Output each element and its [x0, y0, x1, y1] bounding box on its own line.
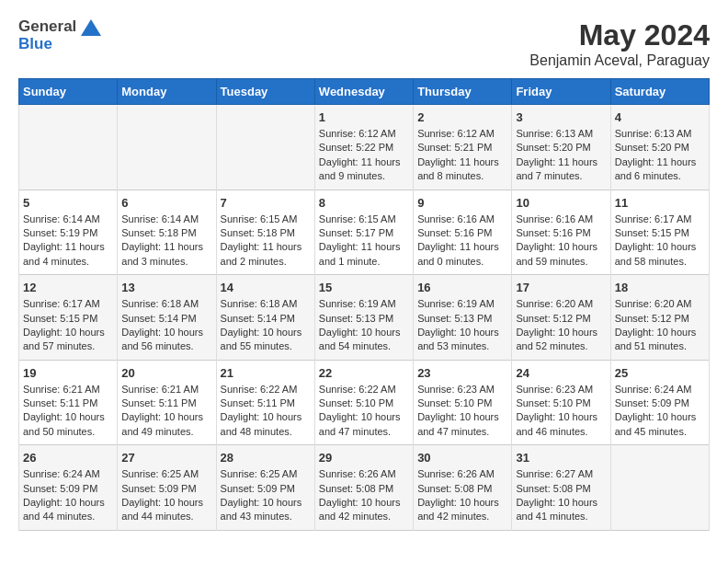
day-info-line: Daylight: 11 hours and 3 minutes.: [121, 240, 211, 269]
calendar-day-cell: 14Sunrise: 6:18 AMSunset: 5:14 PMDayligh…: [216, 275, 314, 361]
day-info: Sunrise: 6:15 AMSunset: 5:18 PMDaylight:…: [221, 213, 311, 270]
day-info: Sunrise: 6:14 AMSunset: 5:19 PMDaylight:…: [23, 213, 113, 270]
day-info-line: Sunset: 5:10 PM: [516, 396, 606, 410]
header: General Blue May 2024 Benjamin Aceval, P…: [18, 18, 710, 69]
calendar-day-cell: 9Sunrise: 6:16 AMSunset: 5:16 PMDaylight…: [414, 190, 512, 275]
day-info-line: Daylight: 10 hours and 52 minutes.: [516, 326, 606, 354]
day-info: Sunrise: 6:25 AMSunset: 5:09 PMDaylight:…: [121, 467, 211, 524]
day-info-line: Sunset: 5:14 PM: [121, 312, 211, 326]
day-info-line: Sunset: 5:12 PM: [516, 312, 606, 326]
day-info-line: Sunset: 5:18 PM: [221, 226, 311, 240]
day-info-line: Sunset: 5:11 PM: [23, 396, 113, 410]
calendar-day-cell: 2Sunrise: 6:12 AMSunset: 5:21 PMDaylight…: [414, 105, 512, 190]
day-info: Sunrise: 6:16 AMSunset: 5:16 PMDaylight:…: [417, 213, 507, 270]
calendar-day-cell: 7Sunrise: 6:15 AMSunset: 5:18 PMDaylight…: [216, 190, 314, 275]
calendar-day-cell: 1Sunrise: 6:12 AMSunset: 5:22 PMDaylight…: [314, 105, 413, 190]
calendar-week-row: 1Sunrise: 6:12 AMSunset: 5:22 PMDaylight…: [19, 105, 710, 190]
calendar-header-row: Sunday Monday Tuesday Wednesday Thursday…: [19, 79, 710, 105]
day-info: Sunrise: 6:22 AMSunset: 5:11 PMDaylight:…: [221, 383, 311, 440]
day-info-line: Sunset: 5:09 PM: [221, 482, 311, 496]
calendar-day-cell: 10Sunrise: 6:16 AMSunset: 5:16 PMDayligh…: [512, 190, 610, 275]
day-info-line: Sunrise: 6:19 AM: [319, 297, 409, 311]
day-info-line: Daylight: 10 hours and 47 minutes.: [417, 410, 507, 439]
day-info-line: Sunrise: 6:22 AM: [221, 383, 311, 396]
day-info-line: Daylight: 11 hours and 8 minutes.: [417, 155, 507, 184]
day-info-line: Daylight: 10 hours and 50 minutes.: [23, 410, 113, 439]
day-number: 29: [319, 451, 409, 465]
day-info-line: Daylight: 10 hours and 58 minutes.: [615, 240, 705, 269]
day-info-line: Sunrise: 6:27 AM: [516, 467, 606, 481]
calendar-day-cell: 11Sunrise: 6:17 AMSunset: 5:15 PMDayligh…: [610, 190, 709, 275]
day-info-line: Sunset: 5:22 PM: [319, 141, 409, 155]
day-info-line: Daylight: 10 hours and 49 minutes.: [121, 410, 211, 439]
calendar-day-cell: 31Sunrise: 6:27 AMSunset: 5:08 PMDayligh…: [512, 445, 610, 531]
calendar-day-cell: 17Sunrise: 6:20 AMSunset: 5:12 PMDayligh…: [512, 275, 610, 361]
day-info: Sunrise: 6:26 AMSunset: 5:08 PMDaylight:…: [417, 467, 507, 524]
day-info-line: Daylight: 10 hours and 48 minutes.: [221, 410, 311, 439]
day-number: 22: [319, 366, 409, 380]
calendar-week-row: 26Sunrise: 6:24 AMSunset: 5:09 PMDayligh…: [19, 445, 710, 531]
title-area: May 2024 Benjamin Aceval, Paraguay: [529, 18, 710, 69]
day-number: 5: [23, 196, 113, 210]
day-info-line: Sunset: 5:15 PM: [615, 226, 705, 240]
day-info-line: Daylight: 10 hours and 51 minutes.: [615, 326, 705, 354]
day-info-line: Daylight: 10 hours and 45 minutes.: [615, 410, 705, 439]
day-info-line: Sunrise: 6:16 AM: [417, 213, 507, 226]
day-number: 31: [516, 451, 606, 465]
header-tuesday: Tuesday: [216, 79, 314, 105]
day-info-line: Sunset: 5:16 PM: [516, 226, 606, 240]
day-info-line: Sunset: 5:14 PM: [221, 312, 311, 326]
day-info-line: Sunrise: 6:17 AM: [615, 213, 705, 226]
header-thursday: Thursday: [414, 79, 512, 105]
day-info-line: Sunrise: 6:12 AM: [319, 127, 409, 141]
day-info: Sunrise: 6:21 AMSunset: 5:11 PMDaylight:…: [121, 383, 211, 440]
day-info-line: Daylight: 11 hours and 9 minutes.: [319, 155, 409, 184]
day-info-line: Sunrise: 6:24 AM: [23, 467, 113, 481]
day-info-line: Sunrise: 6:19 AM: [417, 297, 507, 311]
day-number: 10: [516, 196, 606, 210]
day-number: 14: [221, 281, 311, 294]
day-info-line: Sunset: 5:21 PM: [417, 141, 507, 155]
day-info-line: Sunset: 5:18 PM: [121, 226, 211, 240]
day-number: 17: [516, 281, 606, 294]
day-info: Sunrise: 6:12 AMSunset: 5:21 PMDaylight:…: [417, 127, 507, 184]
day-number: 4: [615, 110, 705, 124]
header-saturday: Saturday: [610, 79, 709, 105]
calendar-table: Sunday Monday Tuesday Wednesday Thursday…: [18, 78, 710, 531]
calendar-day-cell: [19, 105, 118, 190]
calendar-day-cell: 24Sunrise: 6:23 AMSunset: 5:10 PMDayligh…: [512, 360, 610, 445]
day-info: Sunrise: 6:17 AMSunset: 5:15 PMDaylight:…: [615, 213, 705, 270]
day-number: 6: [121, 196, 211, 210]
day-info-line: Sunrise: 6:26 AM: [319, 467, 409, 481]
day-number: 2: [417, 110, 507, 124]
calendar-day-cell: 27Sunrise: 6:25 AMSunset: 5:09 PMDayligh…: [118, 445, 216, 531]
day-info-line: Sunrise: 6:21 AM: [23, 383, 113, 396]
day-info: Sunrise: 6:13 AMSunset: 5:20 PMDaylight:…: [516, 127, 606, 184]
month-year-title: May 2024: [529, 18, 710, 52]
day-info-line: Sunset: 5:19 PM: [23, 226, 113, 240]
day-info: Sunrise: 6:27 AMSunset: 5:08 PMDaylight:…: [516, 467, 606, 524]
day-info-line: Sunset: 5:09 PM: [23, 482, 113, 496]
day-info-line: Sunrise: 6:14 AM: [23, 213, 113, 226]
day-number: 26: [23, 451, 113, 465]
day-info-line: Sunrise: 6:22 AM: [319, 383, 409, 396]
header-wednesday: Wednesday: [314, 79, 413, 105]
calendar-day-cell: 23Sunrise: 6:23 AMSunset: 5:10 PMDayligh…: [414, 360, 512, 445]
calendar-day-cell: 15Sunrise: 6:19 AMSunset: 5:13 PMDayligh…: [314, 275, 413, 361]
calendar-day-cell: 16Sunrise: 6:19 AMSunset: 5:13 PMDayligh…: [414, 275, 512, 361]
day-info-line: Sunset: 5:08 PM: [319, 482, 409, 496]
day-info-line: Sunset: 5:16 PM: [417, 226, 507, 240]
day-info: Sunrise: 6:23 AMSunset: 5:10 PMDaylight:…: [417, 383, 507, 440]
logo: General Blue: [18, 18, 101, 52]
day-info-line: Sunrise: 6:18 AM: [221, 297, 311, 311]
day-info: Sunrise: 6:24 AMSunset: 5:09 PMDaylight:…: [615, 383, 705, 440]
day-info-line: Sunset: 5:10 PM: [417, 396, 507, 410]
day-info-line: Sunset: 5:08 PM: [516, 482, 606, 496]
day-number: 16: [417, 281, 507, 294]
calendar-day-cell: [610, 445, 709, 531]
day-info-line: Sunset: 5:09 PM: [615, 396, 705, 410]
day-info-line: Daylight: 10 hours and 47 minutes.: [319, 410, 409, 439]
calendar-day-cell: 26Sunrise: 6:24 AMSunset: 5:09 PMDayligh…: [19, 445, 118, 531]
calendar-day-cell: 19Sunrise: 6:21 AMSunset: 5:11 PMDayligh…: [19, 360, 118, 445]
day-info-line: Daylight: 10 hours and 53 minutes.: [417, 326, 507, 354]
